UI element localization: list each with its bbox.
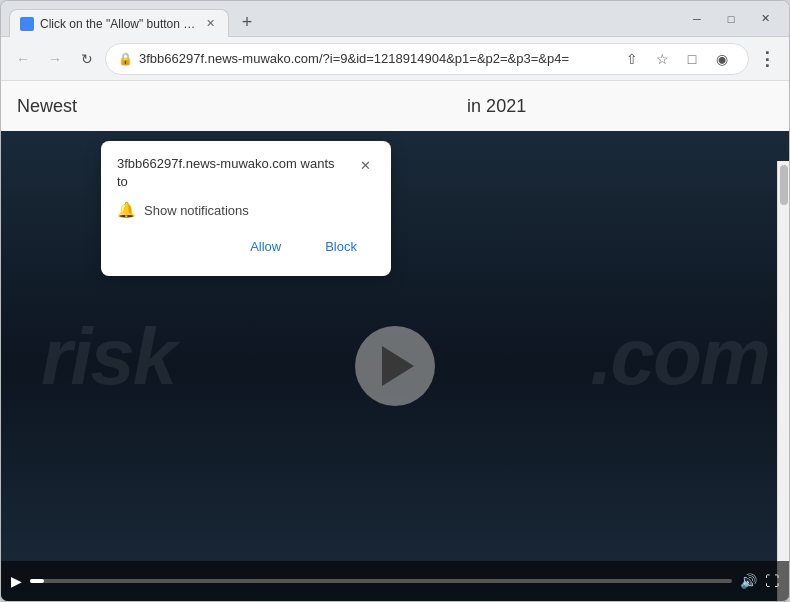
profile-icon[interactable]: ◉ bbox=[708, 45, 736, 73]
back-button[interactable]: ← bbox=[9, 45, 37, 73]
url-text: 3fbb66297f.news-muwako.com/?i=9&id=12189… bbox=[139, 51, 612, 66]
notification-popup: 3fbb66297f.news-muwako.com wants to ✕ 🔔 … bbox=[101, 141, 391, 276]
watermark-left: risk bbox=[41, 311, 175, 403]
page-content: Newest in 2021 risk .com ▶ bbox=[1, 81, 789, 601]
url-actions: ⇧ ☆ □ ◉ bbox=[618, 45, 736, 73]
tab-title: Click on the "Allow" button to p... bbox=[40, 17, 196, 31]
close-button[interactable]: ✕ bbox=[749, 5, 781, 33]
volume-button[interactable]: 🔊 bbox=[740, 573, 757, 589]
watermark-right: .com bbox=[590, 311, 769, 403]
popup-close-button[interactable]: ✕ bbox=[355, 155, 375, 175]
allow-button[interactable]: Allow bbox=[232, 233, 299, 260]
url-bar[interactable]: 🔒 3fbb66297f.news-muwako.com/?i=9&id=121… bbox=[105, 43, 749, 75]
popup-notification-row: 🔔 Show notifications bbox=[117, 201, 375, 219]
refresh-button[interactable]: ↻ bbox=[73, 45, 101, 73]
browser-menu-button[interactable]: ⋮ bbox=[753, 45, 781, 73]
active-tab[interactable]: Click on the "Allow" button to p... ✕ bbox=[9, 9, 229, 37]
popup-header: 3fbb66297f.news-muwako.com wants to ✕ bbox=[117, 155, 375, 191]
fullscreen-button[interactable]: ⛶ bbox=[765, 573, 779, 589]
video-progress-bar[interactable] bbox=[30, 579, 732, 583]
video-play-button[interactable]: ▶ bbox=[11, 573, 22, 589]
title-bar: Click on the "Allow" button to p... ✕ + … bbox=[1, 1, 789, 37]
tab-strip: Click on the "Allow" button to p... ✕ + bbox=[9, 1, 677, 36]
video-progress-fill bbox=[30, 579, 44, 583]
bell-icon: 🔔 bbox=[117, 201, 136, 219]
tab-close-button[interactable]: ✕ bbox=[202, 16, 218, 32]
lock-icon: 🔒 bbox=[118, 52, 133, 66]
share-icon[interactable]: ⇧ bbox=[618, 45, 646, 73]
extensions-icon[interactable]: □ bbox=[678, 45, 706, 73]
page-header-year: in 2021 bbox=[467, 96, 526, 117]
tab-favicon bbox=[20, 17, 34, 31]
minimize-button[interactable]: ─ bbox=[681, 5, 713, 33]
browser-window: Click on the "Allow" button to p... ✕ + … bbox=[0, 0, 790, 602]
maximize-button[interactable]: □ bbox=[715, 5, 747, 33]
popup-notification-text: Show notifications bbox=[144, 203, 249, 218]
play-button[interactable] bbox=[355, 326, 435, 406]
forward-button[interactable]: → bbox=[41, 45, 69, 73]
scrollbar[interactable] bbox=[777, 161, 789, 601]
new-tab-button[interactable]: + bbox=[233, 8, 261, 36]
bookmark-icon[interactable]: ☆ bbox=[648, 45, 676, 73]
address-bar: ← → ↻ 🔒 3fbb66297f.news-muwako.com/?i=9&… bbox=[1, 37, 789, 81]
page-header: Newest in 2021 bbox=[1, 81, 789, 131]
play-triangle-icon bbox=[382, 346, 414, 386]
scrollbar-thumb[interactable] bbox=[780, 165, 788, 205]
video-controls: ▶ 🔊 ⛶ bbox=[1, 561, 789, 601]
popup-buttons: Allow Block bbox=[117, 233, 375, 260]
block-button[interactable]: Block bbox=[307, 233, 375, 260]
page-header-newest: Newest bbox=[17, 96, 77, 117]
window-controls: ─ □ ✕ bbox=[681, 5, 781, 33]
popup-site-text: 3fbb66297f.news-muwako.com wants to bbox=[117, 155, 355, 191]
